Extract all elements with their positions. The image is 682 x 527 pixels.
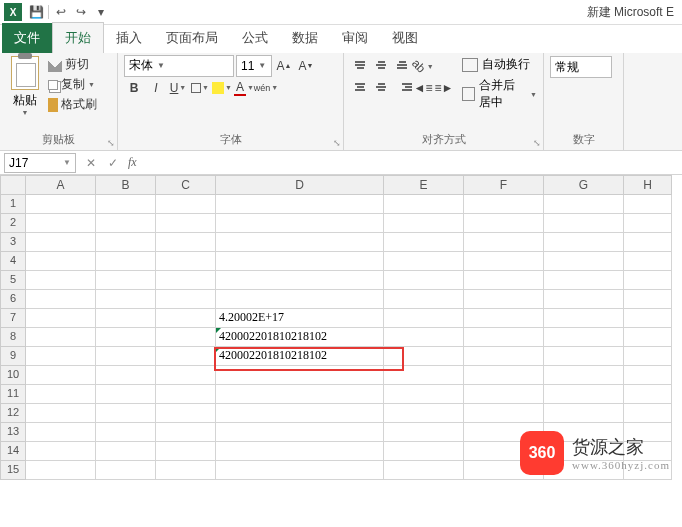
cell-A6[interactable] <box>26 290 96 309</box>
cell-D8[interactable]: 420002201810218102 <box>216 328 384 347</box>
cell-A15[interactable] <box>26 461 96 480</box>
cell-E4[interactable] <box>384 252 464 271</box>
row-header-9[interactable]: 9 <box>0 347 26 366</box>
cell-E14[interactable] <box>384 442 464 461</box>
row-header-6[interactable]: 6 <box>0 290 26 309</box>
cell-E1[interactable] <box>384 195 464 214</box>
cancel-formula-button[interactable]: ✕ <box>80 156 102 170</box>
align-center-button[interactable] <box>371 78 391 96</box>
cell-A11[interactable] <box>26 385 96 404</box>
fx-icon[interactable]: fx <box>128 155 137 170</box>
cell-F10[interactable] <box>464 366 544 385</box>
cell-C5[interactable] <box>156 271 216 290</box>
cell-B6[interactable] <box>96 290 156 309</box>
select-all-button[interactable] <box>0 175 26 195</box>
cell-C14[interactable] <box>156 442 216 461</box>
cell-F7[interactable] <box>464 309 544 328</box>
tab-layout[interactable]: 页面布局 <box>154 23 230 53</box>
row-header-10[interactable]: 10 <box>0 366 26 385</box>
cell-A7[interactable] <box>26 309 96 328</box>
cell-F11[interactable] <box>464 385 544 404</box>
cell-D1[interactable] <box>216 195 384 214</box>
cell-D10[interactable] <box>216 366 384 385</box>
col-header-D[interactable]: D <box>216 175 384 195</box>
cell-D15[interactable] <box>216 461 384 480</box>
cell-C13[interactable] <box>156 423 216 442</box>
cell-E10[interactable] <box>384 366 464 385</box>
cell-E6[interactable] <box>384 290 464 309</box>
row-header-3[interactable]: 3 <box>0 233 26 252</box>
cell-A1[interactable] <box>26 195 96 214</box>
cell-E9[interactable] <box>384 347 464 366</box>
cell-E2[interactable] <box>384 214 464 233</box>
col-header-C[interactable]: C <box>156 175 216 195</box>
tab-formulas[interactable]: 公式 <box>230 23 280 53</box>
cell-B12[interactable] <box>96 404 156 423</box>
cell-H10[interactable] <box>624 366 672 385</box>
row-header-1[interactable]: 1 <box>0 195 26 214</box>
cell-H4[interactable] <box>624 252 672 271</box>
cell-C8[interactable] <box>156 328 216 347</box>
tab-file[interactable]: 文件 <box>2 23 52 53</box>
cell-C4[interactable] <box>156 252 216 271</box>
cell-H11[interactable] <box>624 385 672 404</box>
cell-G11[interactable] <box>544 385 624 404</box>
cell-G5[interactable] <box>544 271 624 290</box>
cell-H12[interactable] <box>624 404 672 423</box>
cell-D3[interactable] <box>216 233 384 252</box>
cell-D2[interactable] <box>216 214 384 233</box>
underline-button[interactable]: U▼ <box>168 78 188 98</box>
cell-B15[interactable] <box>96 461 156 480</box>
cell-G6[interactable] <box>544 290 624 309</box>
cell-F2[interactable] <box>464 214 544 233</box>
cell-H2[interactable] <box>624 214 672 233</box>
cell-G8[interactable] <box>544 328 624 347</box>
enter-formula-button[interactable]: ✓ <box>102 156 124 170</box>
cell-F3[interactable] <box>464 233 544 252</box>
cell-C3[interactable] <box>156 233 216 252</box>
tab-home[interactable]: 开始 <box>52 22 104 53</box>
col-header-G[interactable]: G <box>544 175 624 195</box>
qat-redo[interactable]: ↪ <box>71 2 91 22</box>
cell-F12[interactable] <box>464 404 544 423</box>
cell-F4[interactable] <box>464 252 544 271</box>
cell-A5[interactable] <box>26 271 96 290</box>
row-header-12[interactable]: 12 <box>0 404 26 423</box>
indent-increase-button[interactable]: ≡► <box>434 78 454 98</box>
cell-F6[interactable] <box>464 290 544 309</box>
col-header-F[interactable]: F <box>464 175 544 195</box>
cell-B11[interactable] <box>96 385 156 404</box>
cell-C15[interactable] <box>156 461 216 480</box>
col-header-A[interactable]: A <box>26 175 96 195</box>
tab-data[interactable]: 数据 <box>280 23 330 53</box>
row-header-4[interactable]: 4 <box>0 252 26 271</box>
indent-decrease-button[interactable]: ◄≡ <box>413 78 433 98</box>
clipboard-expand[interactable]: ⤡ <box>107 138 115 148</box>
col-header-H[interactable]: H <box>624 175 672 195</box>
cell-B7[interactable] <box>96 309 156 328</box>
row-header-8[interactable]: 8 <box>0 328 26 347</box>
cell-E12[interactable] <box>384 404 464 423</box>
cell-A14[interactable] <box>26 442 96 461</box>
grow-font-button[interactable]: A▲ <box>274 56 294 76</box>
align-right-button[interactable] <box>392 78 412 96</box>
tab-review[interactable]: 审阅 <box>330 23 380 53</box>
cell-C10[interactable] <box>156 366 216 385</box>
paste-button[interactable]: 粘贴 ▼ <box>6 56 44 116</box>
cell-F1[interactable] <box>464 195 544 214</box>
cell-A8[interactable] <box>26 328 96 347</box>
font-color-button[interactable]: A▼ <box>234 78 254 98</box>
cell-D4[interactable] <box>216 252 384 271</box>
cell-D12[interactable] <box>216 404 384 423</box>
cell-A9[interactable] <box>26 347 96 366</box>
cell-H8[interactable] <box>624 328 672 347</box>
font-name-combo[interactable]: 宋体▼ <box>124 55 234 77</box>
cell-E7[interactable] <box>384 309 464 328</box>
cell-F5[interactable] <box>464 271 544 290</box>
copy-button[interactable]: 复制▼ <box>48 76 97 93</box>
cell-D6[interactable] <box>216 290 384 309</box>
phonetic-button[interactable]: wén▼ <box>256 78 276 98</box>
row-header-11[interactable]: 11 <box>0 385 26 404</box>
wrap-text-button[interactable]: 自动换行 <box>462 56 537 73</box>
orientation-button[interactable]: ab▼ <box>413 56 433 76</box>
